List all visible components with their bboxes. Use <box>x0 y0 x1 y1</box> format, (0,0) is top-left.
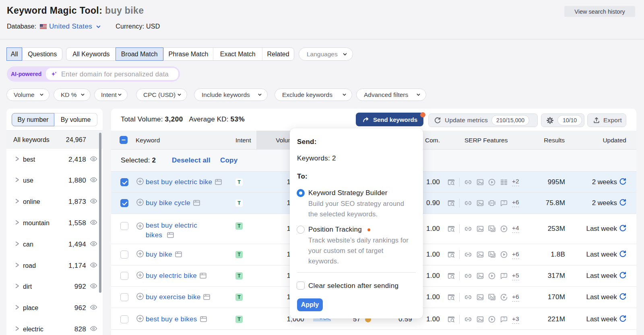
svg-text:?: ? <box>503 200 505 204</box>
svg-text:?: ? <box>503 273 505 277</box>
svg-text:?: ? <box>503 316 505 321</box>
